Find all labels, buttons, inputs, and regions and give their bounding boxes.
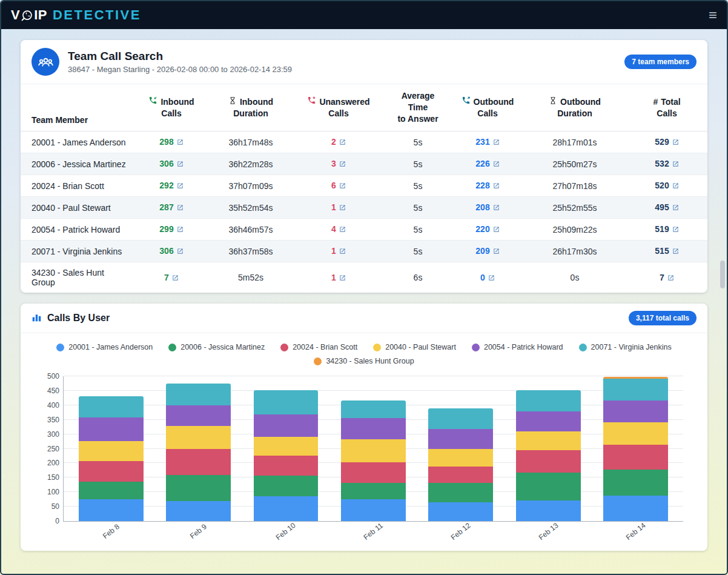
total-calls-link[interactable]: 515 bbox=[655, 246, 669, 256]
inbound-calls-link[interactable]: 287 bbox=[159, 202, 173, 212]
bar-segment[interactable] bbox=[603, 379, 668, 401]
legend-item[interactable]: 34230 - Sales Hunt Group bbox=[314, 357, 414, 365]
bar-segment[interactable] bbox=[428, 449, 493, 467]
total-calls-link[interactable]: 495 bbox=[655, 202, 669, 212]
bar-segment[interactable] bbox=[603, 445, 668, 470]
outbound-calls-link[interactable]: 209 bbox=[475, 246, 489, 256]
external-link-icon[interactable] bbox=[339, 273, 346, 283]
bar-segment[interactable] bbox=[79, 441, 144, 461]
bar-segment[interactable] bbox=[166, 384, 231, 405]
external-link-icon[interactable] bbox=[493, 159, 500, 169]
external-link-icon[interactable] bbox=[493, 247, 500, 256]
external-link-icon[interactable] bbox=[672, 203, 679, 213]
external-link-icon[interactable] bbox=[177, 225, 184, 234]
bar-segment[interactable] bbox=[428, 408, 493, 429]
bar-segment[interactable] bbox=[166, 475, 231, 501]
bar-segment[interactable] bbox=[79, 482, 144, 500]
inbound-calls-link[interactable]: 299 bbox=[159, 224, 173, 234]
external-link-icon[interactable] bbox=[493, 225, 500, 234]
hamburger-menu-icon[interactable]: ≡ bbox=[709, 8, 717, 22]
bar-segment[interactable] bbox=[428, 467, 493, 484]
external-link-icon[interactable] bbox=[667, 273, 674, 283]
external-link-icon[interactable] bbox=[339, 181, 346, 191]
unanswered-calls-link[interactable]: 1 bbox=[331, 246, 336, 256]
total-calls-link[interactable]: 7 bbox=[660, 273, 664, 282]
unanswered-calls-link[interactable]: 4 bbox=[331, 224, 336, 234]
bar-segment[interactable] bbox=[516, 431, 581, 450]
bar-segment[interactable] bbox=[79, 417, 144, 440]
bar-segment[interactable] bbox=[166, 405, 231, 426]
bar-segment[interactable] bbox=[341, 439, 406, 462]
legend-item[interactable]: 20040 - Paul Stewart bbox=[373, 343, 456, 351]
bar-segment[interactable] bbox=[254, 496, 319, 521]
legend-item[interactable]: 20071 - Virginia Jenkins bbox=[579, 343, 672, 351]
bar-segment[interactable] bbox=[516, 450, 581, 473]
external-link-icon[interactable] bbox=[177, 203, 184, 213]
bar-segment[interactable] bbox=[428, 429, 493, 449]
external-link-icon[interactable] bbox=[339, 203, 346, 213]
page-scrollbar[interactable] bbox=[720, 261, 725, 288]
unanswered-calls-link[interactable]: 1 bbox=[331, 202, 336, 212]
bar-segment[interactable] bbox=[516, 473, 581, 500]
bar-segment[interactable] bbox=[254, 390, 319, 415]
stacked-bar[interactable] bbox=[516, 376, 581, 521]
bar-segment[interactable] bbox=[603, 496, 668, 521]
unanswered-calls-link[interactable]: 2 bbox=[331, 137, 336, 147]
stacked-bar[interactable] bbox=[254, 376, 319, 521]
bar-segment[interactable] bbox=[254, 456, 319, 476]
external-link-icon[interactable] bbox=[493, 203, 500, 213]
outbound-calls-link[interactable]: 220 bbox=[475, 224, 489, 234]
external-link-icon[interactable] bbox=[177, 181, 184, 191]
external-link-icon[interactable] bbox=[493, 181, 500, 191]
bar-segment[interactable] bbox=[254, 414, 319, 437]
bar-segment[interactable] bbox=[79, 499, 144, 521]
outbound-calls-link[interactable]: 0 bbox=[480, 273, 485, 282]
inbound-calls-link[interactable]: 292 bbox=[159, 181, 173, 190]
stacked-bar[interactable] bbox=[166, 376, 231, 521]
bar-segment[interactable] bbox=[428, 502, 493, 521]
inbound-calls-link[interactable]: 7 bbox=[164, 273, 169, 282]
bar-segment[interactable] bbox=[166, 426, 231, 449]
legend-item[interactable]: 20006 - Jessica Martinez bbox=[168, 343, 265, 351]
bar-segment[interactable] bbox=[341, 418, 406, 439]
stacked-bar[interactable] bbox=[428, 376, 493, 521]
bar-segment[interactable] bbox=[341, 483, 406, 499]
legend-item[interactable]: 20024 - Brian Scott bbox=[280, 343, 357, 351]
outbound-calls-link[interactable]: 231 bbox=[475, 137, 489, 147]
external-link-icon[interactable] bbox=[493, 138, 500, 147]
bar-segment[interactable] bbox=[516, 411, 581, 431]
bar-segment[interactable] bbox=[603, 401, 668, 422]
bar-segment[interactable] bbox=[516, 500, 581, 521]
bar-segment[interactable] bbox=[166, 449, 231, 474]
stacked-bar[interactable] bbox=[79, 376, 144, 521]
outbound-calls-link[interactable]: 228 bbox=[475, 181, 489, 190]
external-link-icon[interactable] bbox=[177, 138, 184, 147]
outbound-calls-link[interactable]: 208 bbox=[475, 202, 489, 212]
unanswered-calls-link[interactable]: 1 bbox=[331, 273, 336, 282]
external-link-icon[interactable] bbox=[339, 225, 346, 234]
bar-segment[interactable] bbox=[79, 461, 144, 481]
bar-segment[interactable] bbox=[603, 422, 668, 445]
bar-segment[interactable] bbox=[341, 401, 406, 418]
external-link-icon[interactable] bbox=[339, 159, 346, 169]
inbound-calls-link[interactable]: 306 bbox=[159, 246, 173, 256]
bar-segment[interactable] bbox=[254, 476, 319, 496]
unanswered-calls-link[interactable]: 3 bbox=[331, 159, 336, 168]
external-link-icon[interactable] bbox=[672, 247, 679, 256]
bar-segment[interactable] bbox=[166, 501, 231, 521]
bar-segment[interactable] bbox=[341, 499, 406, 521]
total-calls-link[interactable]: 520 bbox=[655, 181, 669, 190]
total-calls-link[interactable]: 529 bbox=[655, 137, 669, 147]
legend-item[interactable]: 20001 - James Anderson bbox=[56, 343, 153, 351]
stacked-bar[interactable] bbox=[603, 376, 668, 521]
external-link-icon[interactable] bbox=[177, 159, 184, 169]
external-link-icon[interactable] bbox=[488, 273, 495, 283]
bar-segment[interactable] bbox=[428, 483, 493, 502]
external-link-icon[interactable] bbox=[339, 138, 346, 147]
external-link-icon[interactable] bbox=[172, 273, 179, 283]
unanswered-calls-link[interactable]: 6 bbox=[331, 181, 336, 190]
inbound-calls-link[interactable]: 306 bbox=[159, 159, 173, 168]
external-link-icon[interactable] bbox=[672, 181, 679, 191]
external-link-icon[interactable] bbox=[672, 159, 679, 169]
bar-segment[interactable] bbox=[341, 462, 406, 483]
